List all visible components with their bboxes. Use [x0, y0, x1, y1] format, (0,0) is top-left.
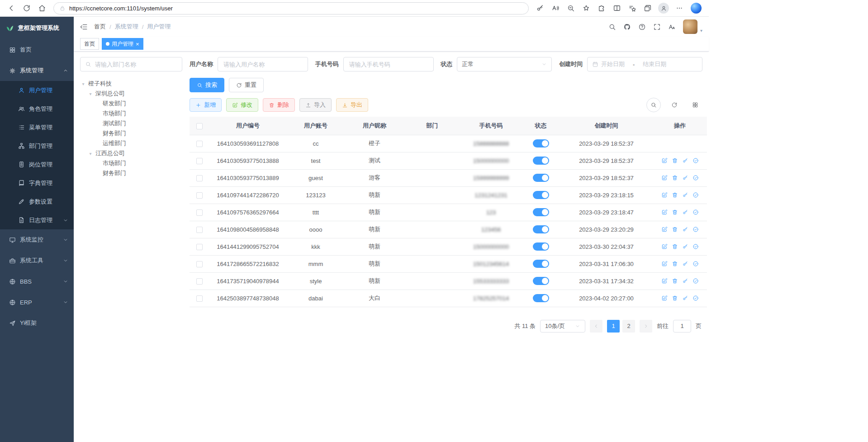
delete-icon[interactable] — [672, 261, 678, 267]
help-icon[interactable] — [638, 23, 646, 31]
sidebar-item-dept[interactable]: 部门管理 — [0, 137, 74, 155]
modify-button[interactable]: 修改 — [226, 98, 258, 112]
collections-icon[interactable] — [644, 4, 652, 12]
row-checkbox[interactable] — [196, 244, 203, 250]
goto-page-input[interactable] — [675, 322, 689, 330]
sidebar-item-user[interactable]: 用户管理 — [0, 81, 74, 100]
password-manager-icon[interactable] — [536, 4, 544, 12]
sidebar-item-tool[interactable]: 系统工具 — [0, 250, 74, 271]
address-bar[interactable]: https://ccnetcore.com:1101/system/user — [53, 2, 529, 14]
edit-icon[interactable] — [661, 157, 668, 164]
tree-node[interactable]: 测试部门 — [80, 119, 182, 128]
assign-role-icon[interactable] — [693, 226, 699, 233]
fullscreen-icon[interactable] — [653, 23, 661, 31]
status-select[interactable]: 正常 — [457, 57, 552, 71]
reset-password-icon[interactable] — [682, 192, 688, 198]
row-checkbox[interactable] — [196, 209, 203, 216]
assign-role-icon[interactable] — [693, 192, 699, 198]
assign-role-icon[interactable] — [693, 278, 699, 284]
edit-icon[interactable] — [661, 261, 668, 267]
edit-icon[interactable] — [661, 243, 668, 250]
browser-menu-icon[interactable] — [675, 4, 683, 12]
delete-icon[interactable] — [672, 278, 678, 284]
tree-node[interactable]: 市场部门 — [80, 158, 182, 168]
status-toggle[interactable] — [533, 191, 549, 199]
row-checkbox[interactable] — [196, 227, 203, 233]
delete-icon[interactable] — [672, 192, 678, 198]
status-toggle[interactable] — [533, 225, 549, 233]
sidebar-item-monitor[interactable]: 系统监控 — [0, 229, 74, 250]
assign-role-icon[interactable] — [693, 243, 699, 250]
sidebar-item-menu[interactable]: 菜单管理 — [0, 118, 74, 137]
row-checkbox[interactable] — [196, 141, 203, 147]
sidebar-item-post[interactable]: 岗位管理 — [0, 155, 74, 174]
row-checkbox[interactable] — [196, 175, 203, 181]
sidebar-item-bbs[interactable]: BBS — [0, 271, 74, 292]
sidebar-item-role[interactable]: 角色管理 — [0, 100, 74, 118]
status-toggle[interactable] — [533, 277, 549, 285]
delete-icon[interactable] — [672, 157, 678, 164]
assign-role-icon[interactable] — [693, 157, 699, 164]
assign-role-icon[interactable] — [693, 261, 699, 267]
delete-icon[interactable] — [672, 243, 678, 250]
reset-password-icon[interactable] — [682, 243, 688, 250]
edit-icon[interactable] — [661, 209, 668, 215]
assign-role-icon[interactable] — [693, 175, 699, 181]
row-checkbox[interactable] — [196, 192, 203, 199]
delete-icon[interactable] — [672, 226, 678, 233]
delete-icon[interactable] — [672, 295, 678, 301]
tab-home[interactable]: 首页 — [80, 38, 99, 50]
row-checkbox[interactable] — [196, 261, 203, 267]
sidebar-item-home[interactable]: 首页 — [0, 39, 74, 60]
reset-password-icon[interactable] — [682, 261, 688, 267]
column-settings-button[interactable] — [688, 98, 702, 112]
status-toggle[interactable] — [533, 157, 549, 165]
tree-node[interactable]: 财务部门 — [80, 168, 182, 178]
delete-icon[interactable] — [672, 209, 678, 215]
breadcrumb-item[interactable]: 首页 — [94, 23, 106, 31]
add-button[interactable]: 新增 — [190, 98, 222, 112]
sidebar-item-dict[interactable]: 字典管理 — [0, 174, 74, 192]
read-aloud-icon[interactable] — [551, 4, 560, 12]
browser-refresh-button[interactable] — [23, 4, 31, 12]
favorites-icon[interactable] — [628, 4, 636, 12]
breadcrumb-item[interactable]: 用户管理 — [147, 23, 171, 31]
sidebar-item-erp[interactable]: ERP — [0, 292, 74, 313]
status-toggle[interactable] — [533, 139, 549, 147]
browser-profile-avatar[interactable] — [658, 3, 669, 14]
tree-node[interactable]: 市场部门 — [80, 109, 182, 119]
assign-role-icon[interactable] — [693, 295, 699, 301]
status-toggle[interactable] — [533, 294, 549, 302]
reset-password-icon[interactable] — [682, 295, 688, 301]
tree-node[interactable]: ▾深圳总公司 — [80, 89, 182, 99]
reset-password-icon[interactable] — [682, 278, 688, 284]
export-button[interactable]: 导出 — [336, 98, 368, 112]
tab-user-management[interactable]: 用户管理× — [102, 38, 143, 50]
tree-expand-icon[interactable]: ▾ — [87, 151, 94, 156]
date-range-picker[interactable]: 开始日期 - 结束日期 — [587, 57, 702, 71]
tree-node[interactable]: 财务部门 — [80, 128, 182, 138]
page-size-select[interactable]: 10条/页 — [540, 320, 585, 333]
search-button[interactable]: 搜索 — [190, 78, 224, 92]
tree-expand-icon[interactable]: ▾ — [87, 91, 94, 96]
sidebar-item-log[interactable]: 日志管理 — [0, 211, 74, 229]
browser-home-button[interactable] — [38, 4, 46, 12]
row-checkbox[interactable] — [196, 295, 203, 302]
import-button[interactable]: 导入 — [299, 98, 332, 112]
breadcrumb-item[interactable]: 系统管理 — [115, 23, 138, 31]
toggle-search-button[interactable] — [646, 98, 661, 112]
tree-expand-icon[interactable]: ▾ — [80, 81, 86, 86]
assign-role-icon[interactable] — [693, 209, 699, 215]
page-2[interactable]: 2 — [622, 320, 635, 333]
github-icon[interactable] — [623, 23, 631, 31]
status-toggle[interactable] — [533, 208, 549, 216]
edit-icon[interactable] — [661, 175, 668, 181]
split-screen-icon[interactable] — [613, 4, 621, 12]
edit-icon[interactable] — [661, 278, 668, 284]
sidebar-item-config[interactable]: 参数设置 — [0, 192, 74, 211]
tree-node[interactable]: 运维部门 — [80, 138, 182, 148]
username-input[interactable] — [223, 61, 303, 68]
tree-node[interactable]: 研发部门 — [80, 99, 182, 109]
phone-input[interactable] — [348, 61, 429, 68]
select-all-checkbox[interactable] — [196, 123, 203, 129]
